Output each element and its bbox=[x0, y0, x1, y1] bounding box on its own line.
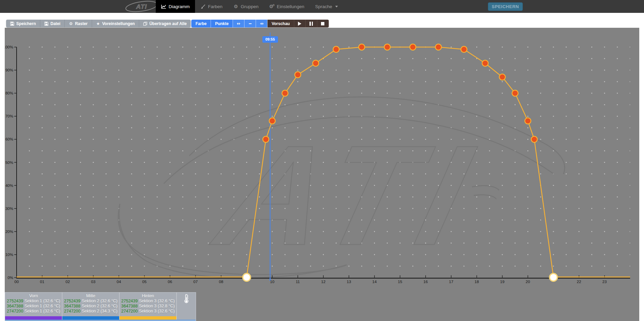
gear-icon: ⚙ bbox=[69, 22, 73, 26]
device-id: 3647388 bbox=[7, 304, 23, 308]
svg-text:70%: 70% bbox=[5, 114, 13, 118]
uebertragen-auf-alle-button[interactable]: Übertragen auf Alle bbox=[139, 20, 191, 27]
button-label: Raster bbox=[75, 21, 87, 26]
svg-text:15: 15 bbox=[398, 280, 402, 284]
section-temp: Sektion 3 (32.6 °C) bbox=[139, 309, 175, 314]
stop-icon bbox=[321, 22, 324, 25]
svg-text:10: 10 bbox=[270, 280, 275, 284]
nav-item-label: Einstellungen bbox=[277, 4, 304, 9]
section-temp: Sektion 1 (32.6 °C) bbox=[24, 299, 60, 303]
farbe-button[interactable]: Farbe bbox=[191, 20, 211, 27]
zoom-out-button[interactable] bbox=[244, 20, 256, 27]
stop-button[interactable] bbox=[317, 20, 329, 27]
copy-icon bbox=[143, 22, 147, 26]
voreinstellungen-button[interactable]: ★ Voreinstellungen bbox=[92, 20, 139, 27]
legend-column-header: Vorn bbox=[5, 294, 62, 299]
punkte-button[interactable]: Punkte bbox=[211, 20, 233, 27]
hinten-color-bar bbox=[120, 316, 176, 320]
svg-text:90%: 90% bbox=[5, 68, 13, 72]
mitte-color-bar bbox=[62, 316, 119, 320]
section-temp: Sektion 2 (32.6 °C) bbox=[82, 299, 117, 303]
zoom-in-right-button[interactable] bbox=[256, 20, 267, 27]
legend-column-vorn: Vorn 2752439 Sektion 1 (32.6 °C) 3647388… bbox=[5, 293, 62, 321]
nav-item-diagramm[interactable]: Diagramm bbox=[156, 0, 195, 13]
play-button[interactable] bbox=[294, 20, 306, 27]
svg-text:60%: 60% bbox=[5, 137, 13, 141]
device-id: 2747200 bbox=[7, 309, 23, 314]
raster-button[interactable]: ⚙ Raster bbox=[65, 20, 92, 27]
play-icon bbox=[298, 22, 301, 26]
nav-item-label: Sprache bbox=[315, 4, 332, 9]
svg-text:22: 22 bbox=[577, 280, 581, 284]
svg-text:16: 16 bbox=[424, 280, 428, 284]
svg-text:40%: 40% bbox=[5, 184, 13, 188]
svg-text:08: 08 bbox=[219, 280, 223, 284]
svg-text:14: 14 bbox=[372, 280, 377, 284]
button-label: Vorschau bbox=[272, 21, 290, 26]
legend-row: 3647388 Sektion 3 (32.8 °C) bbox=[120, 304, 176, 309]
file-button[interactable]: Datei bbox=[40, 20, 65, 27]
svg-text:12: 12 bbox=[321, 280, 326, 284]
legend-row: 2752439 Sektion 1 (32.6 °C) bbox=[5, 299, 62, 304]
section-temp: Sektion 1 (32.6 °C) bbox=[24, 304, 60, 308]
chart-toolbar: Speichern Datei ⚙ Raster ★ Voreinstellun… bbox=[6, 20, 329, 27]
zoom-out-icon bbox=[248, 22, 252, 26]
legend-row: 2747200 Sektion 3 (32.6 °C) bbox=[120, 309, 176, 314]
device-id: 2752439 bbox=[64, 299, 81, 303]
top-navbar: ATI Diagramm Farben ⚙ Gruppen ⚙⚙ Einstel… bbox=[0, 0, 644, 13]
chart-canvas[interactable]: ATI0001020304050607081011121314151617181… bbox=[5, 28, 639, 321]
legend-column-mitte: Mitte 2752439 Sektion 2 (32.6 °C) 364738… bbox=[62, 293, 120, 321]
vorschau-button[interactable]: Vorschau bbox=[267, 20, 294, 27]
svg-text:ATI: ATI bbox=[200, 116, 493, 275]
nav-item-label: Diagramm bbox=[169, 4, 190, 9]
gear-icon: ⚙ bbox=[233, 4, 238, 9]
section-temp: Sektion 3 (32.8 °C) bbox=[139, 304, 175, 308]
svg-text:07: 07 bbox=[193, 280, 198, 284]
button-label: Datei bbox=[50, 21, 60, 26]
svg-text:06: 06 bbox=[168, 280, 172, 284]
star-icon: ★ bbox=[96, 22, 100, 26]
section-temp: Sektion 3 (32.6 °C) bbox=[139, 299, 175, 303]
nav-item-label: Gruppen bbox=[241, 4, 259, 9]
light-curve-chart[interactable]: ATI0001020304050607081011121314151617181… bbox=[5, 28, 639, 321]
nav-item-einstellungen[interactable]: ⚙⚙ Einstellungen bbox=[264, 0, 310, 13]
nav-item-farben[interactable]: Farben bbox=[195, 0, 228, 13]
nav-item-sprache[interactable]: Sprache bbox=[310, 0, 343, 13]
button-label: Punkte bbox=[215, 21, 229, 26]
svg-text:10%: 10% bbox=[5, 253, 13, 257]
svg-text:11: 11 bbox=[296, 280, 300, 284]
button-label: Speichern bbox=[16, 21, 36, 26]
nav-item-label: Farben bbox=[208, 4, 222, 9]
button-label: Übertragen auf Alle bbox=[149, 21, 187, 26]
svg-text:02: 02 bbox=[66, 280, 70, 284]
pause-button[interactable] bbox=[306, 20, 317, 27]
svg-text:30%: 30% bbox=[5, 207, 13, 211]
zoom-in-right-icon bbox=[260, 22, 264, 26]
legend-row: 2747200 Sektion 1 (32.6 °C) bbox=[5, 309, 62, 314]
floppy-icon bbox=[44, 22, 48, 26]
legend-row: 3647388 Sektion 2 (32.6 °C) bbox=[62, 304, 119, 309]
legend-bottom-strip bbox=[5, 320, 196, 321]
nav-item-gruppen[interactable]: ⚙ Gruppen bbox=[228, 0, 264, 13]
svg-text:01: 01 bbox=[40, 280, 44, 284]
device-id: 3647388 bbox=[64, 304, 81, 308]
floppy-icon bbox=[10, 22, 14, 26]
pause-icon bbox=[309, 22, 313, 26]
speichern-topbar-button[interactable]: SPEICHERN bbox=[488, 2, 523, 11]
gears-icon: ⚙⚙ bbox=[270, 4, 275, 9]
svg-text:20%: 20% bbox=[5, 230, 13, 234]
temperature-toggle[interactable] bbox=[177, 293, 196, 321]
device-id: 2747200 bbox=[121, 309, 138, 314]
svg-text:03: 03 bbox=[91, 280, 95, 284]
svg-text:ATI: ATI bbox=[136, 3, 147, 10]
section-temp: Sektion 2 (34.3 °C) bbox=[82, 309, 117, 314]
zoom-in-left-icon bbox=[237, 22, 241, 26]
svg-text:18: 18 bbox=[475, 280, 479, 284]
legend-column-hinten: Hinten 2752439 Sektion 3 (32.6 °C) 36473… bbox=[120, 293, 177, 321]
save-curve-button[interactable]: Speichern bbox=[6, 20, 40, 27]
legend-row: 2752439 Sektion 3 (32.6 °C) bbox=[120, 299, 176, 304]
svg-text:50%: 50% bbox=[5, 160, 13, 165]
legend-row: 2752439 Sektion 2 (32.6 °C) bbox=[62, 299, 119, 304]
svg-text:23: 23 bbox=[602, 280, 607, 284]
zoom-in-left-button[interactable] bbox=[233, 20, 244, 27]
